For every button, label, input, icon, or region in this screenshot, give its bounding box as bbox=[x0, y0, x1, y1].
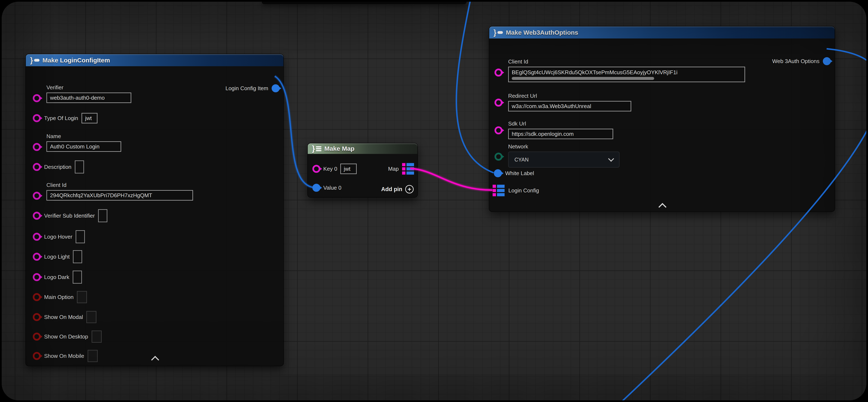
show-on-desktop-pin[interactable] bbox=[33, 333, 41, 341]
name-label: Name bbox=[46, 133, 121, 140]
key0-value: jwt bbox=[344, 166, 350, 172]
client-id-value: 294QRkchfq2YaXUbPri7D6PH7xzHgQMT bbox=[50, 192, 152, 199]
offscreen-node-edge[interactable] bbox=[262, 2, 467, 4]
verifier-sub-identifier-input[interactable] bbox=[98, 209, 107, 222]
client-id-pin[interactable] bbox=[495, 68, 502, 77]
map-output-pin[interactable] bbox=[402, 163, 414, 175]
key0-pin[interactable] bbox=[312, 165, 320, 173]
sdk-url-input[interactable]: https://sdk.openlogin.com bbox=[508, 129, 613, 139]
client-id-scrollbar[interactable] bbox=[512, 77, 654, 80]
type-of-login-label: Type Of Login bbox=[44, 115, 78, 121]
value0-row: Value 0 bbox=[312, 184, 341, 192]
show-on-desktop-row: Show On Desktop bbox=[33, 331, 102, 343]
show-on-mobile-label: Show On Mobile bbox=[44, 353, 84, 359]
login-config-row: Login Config bbox=[493, 185, 539, 196]
add-pin-plus-icon: + bbox=[405, 185, 414, 194]
login-config-pin[interactable] bbox=[493, 185, 504, 196]
logo-hover-pin[interactable] bbox=[33, 233, 41, 241]
main-option-checkbox[interactable] bbox=[77, 291, 87, 303]
key0-label: Key 0 bbox=[323, 166, 337, 172]
node-title: Make LoginConfigItem bbox=[42, 57, 110, 64]
verifier-sub-identifier-label: Verifier Sub Identifier bbox=[44, 212, 95, 219]
add-pin-label: Add pin bbox=[381, 186, 402, 193]
make-map-bars bbox=[316, 146, 321, 151]
logo-hover-input[interactable] bbox=[75, 230, 85, 243]
main-option-pin[interactable] bbox=[33, 293, 41, 301]
node-make-web3authoptions[interactable]: } Make Web3AuthOptions Web 3Auth Options… bbox=[489, 26, 835, 212]
node-make-map[interactable]: } Make Map Key 0 jwt Map Value 0 bbox=[307, 143, 418, 198]
logo-dark-pin[interactable] bbox=[33, 273, 41, 281]
network-field-group: Network CYAN bbox=[508, 143, 619, 168]
wire-map-to-loginconfig bbox=[410, 168, 492, 190]
show-on-mobile-pin[interactable] bbox=[33, 352, 41, 360]
verifier-sub-identifier-pin[interactable] bbox=[33, 212, 41, 220]
node-make-loginconfigitem[interactable]: } Make LoginConfigItem Login Config Item… bbox=[25, 54, 284, 366]
client-id-pin[interactable] bbox=[33, 192, 41, 200]
verifier-label: Verifier bbox=[46, 84, 131, 91]
client-id-input[interactable]: 294QRkchfq2YaXUbPri7D6PH7xzHgQMT bbox=[46, 190, 193, 201]
key0-input[interactable]: jwt bbox=[340, 164, 357, 174]
verifier-pin[interactable] bbox=[33, 94, 41, 102]
name-field-group: Name Auth0 Custom Login bbox=[46, 133, 121, 152]
make-map-icon: } bbox=[312, 145, 321, 152]
sdk-url-value: https://sdk.openlogin.com bbox=[512, 131, 574, 137]
description-pin[interactable] bbox=[33, 163, 41, 171]
map-output-label: Map bbox=[388, 166, 399, 172]
sdk-url-pin[interactable] bbox=[495, 126, 502, 134]
make-struct-icon: } bbox=[493, 29, 503, 36]
name-input[interactable]: Auth0 Custom Login bbox=[46, 141, 121, 152]
client-id-field-group: Client Id 294QRkchfq2YaXUbPri7D6PH7xzHgQ… bbox=[46, 182, 193, 201]
logo-light-input[interactable] bbox=[73, 250, 82, 263]
wire-map-to-loginconfig-glow bbox=[410, 168, 492, 190]
type-of-login-value: jwt bbox=[85, 115, 92, 121]
redirect-url-input[interactable]: w3a://com.w3a.Web3AuthUnreal bbox=[508, 101, 631, 111]
type-of-login-input[interactable]: jwt bbox=[82, 113, 97, 123]
node-header-make-loginconfigitem[interactable]: } Make LoginConfigItem bbox=[26, 54, 283, 66]
make-map-brace-glyph: } bbox=[312, 145, 315, 152]
web3auth-options-output-pin[interactable] bbox=[823, 57, 831, 65]
name-value: Auth0 Custom Login bbox=[50, 143, 100, 150]
client-id-label: Client Id bbox=[46, 182, 193, 189]
node-title: Make Web3AuthOptions bbox=[506, 29, 578, 36]
type-of-login-pin[interactable] bbox=[33, 114, 41, 122]
make-struct-brace-glyph: } bbox=[30, 57, 33, 64]
show-on-modal-pin[interactable] bbox=[33, 313, 41, 321]
show-on-modal-checkbox[interactable] bbox=[86, 311, 96, 323]
logo-dark-input[interactable] bbox=[73, 270, 82, 284]
show-on-mobile-row: Show On Mobile bbox=[33, 350, 98, 362]
client-id-label: Client Id bbox=[508, 58, 745, 65]
collapse-chevron-icon[interactable] bbox=[658, 203, 666, 211]
logo-dark-label: Logo Dark bbox=[44, 274, 69, 281]
node-header-make-web3authoptions[interactable]: } Make Web3AuthOptions bbox=[489, 27, 835, 38]
white-label-pin[interactable] bbox=[494, 169, 502, 177]
make-struct-icon: } bbox=[30, 57, 39, 64]
sdk-url-label: Sdk Url bbox=[508, 120, 613, 127]
collapse-chevron-icon[interactable] bbox=[151, 356, 159, 364]
logo-dark-row: Logo Dark bbox=[33, 270, 82, 284]
verifier-sub-identifier-row: Verifier Sub Identifier bbox=[33, 209, 107, 222]
login-config-item-output-pin[interactable] bbox=[272, 84, 280, 92]
graph-canvas[interactable]: } Make LoginConfigItem Login Config Item… bbox=[2, 2, 866, 400]
show-on-desktop-checkbox[interactable] bbox=[92, 331, 102, 343]
node-header-make-map[interactable]: } Make Map bbox=[308, 143, 417, 154]
logo-hover-row: Logo Hover bbox=[33, 230, 85, 243]
node-title: Make Map bbox=[324, 145, 354, 152]
show-on-modal-label: Show On Modal bbox=[44, 314, 83, 320]
blueprint-editor: { "icons": { "make_struct_brace": "}", "… bbox=[0, 0, 868, 402]
name-pin[interactable] bbox=[33, 143, 41, 151]
client-id-input[interactable]: BEglQSgt4cUWcj6SKRdu5QkOXTsePmMcusG5EAoy… bbox=[508, 67, 745, 82]
verifier-input[interactable]: web3auth-auth0-demo bbox=[46, 92, 131, 103]
description-input[interactable] bbox=[75, 161, 84, 173]
network-dropdown[interactable]: CYAN bbox=[508, 151, 619, 168]
show-on-mobile-checkbox[interactable] bbox=[88, 350, 98, 362]
network-pin[interactable] bbox=[495, 153, 502, 161]
add-pin-button[interactable]: Add pin + bbox=[381, 185, 414, 194]
logo-light-label: Logo Light bbox=[44, 254, 69, 260]
redirect-url-pin[interactable] bbox=[495, 98, 502, 107]
redirect-url-field-group: Redirect Url w3a://com.w3a.Web3AuthUnrea… bbox=[508, 93, 631, 111]
value0-pin[interactable] bbox=[312, 184, 320, 192]
logo-light-pin[interactable] bbox=[33, 253, 41, 261]
white-label-row: White Label bbox=[494, 169, 534, 177]
output-pin-label: Login Config Item bbox=[225, 85, 268, 92]
make-struct-pill bbox=[497, 31, 503, 34]
